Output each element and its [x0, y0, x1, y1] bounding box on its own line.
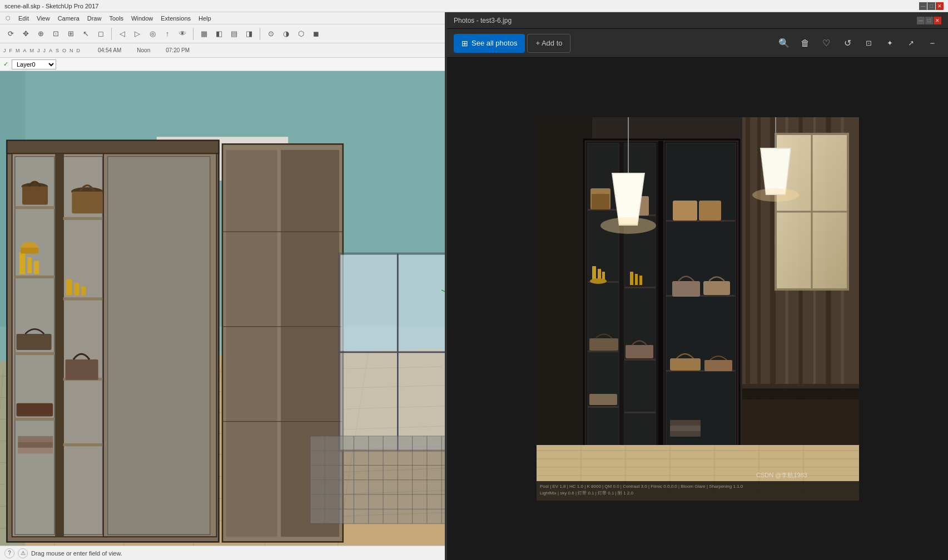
look-around-button[interactable]: ◎ [145, 27, 160, 41]
menu-item-file[interactable]: ⬡ [2, 14, 14, 22]
menu-item-help[interactable]: Help [195, 14, 215, 23]
section-plane-button[interactable]: ▦ [197, 27, 211, 41]
share-button[interactable]: ↗ [901, 34, 920, 53]
orbit-button[interactable]: ⟳ [3, 27, 18, 41]
more-button[interactable]: ··· [922, 34, 941, 53]
see-all-photos-button[interactable]: ⊞ See all photos [454, 34, 525, 53]
sketchup-viewport[interactable] [0, 71, 445, 546]
share-icon: ↗ [908, 39, 914, 47]
shaded-button[interactable]: ◑ [279, 27, 293, 41]
favorite-button[interactable]: ♡ [817, 34, 836, 53]
svg-rect-30 [15, 418, 54, 421]
svg-rect-105 [658, 141, 664, 466]
position-camera-button[interactable]: 👁 [175, 27, 190, 41]
svg-rect-126 [699, 201, 721, 221]
svg-rect-32 [63, 297, 103, 300]
svg-text:CSDN @李航1983: CSDN @李航1983 [756, 472, 807, 478]
section-tools-group: ▦ ◧ ▤ ◨ [196, 27, 257, 41]
pan-button[interactable]: ✥ [18, 27, 33, 41]
photos-panel: Photos - test3-6.jpg — □ ✕ ⊞ See all pho… [447, 12, 948, 560]
month-o: O [62, 48, 66, 53]
xray-button[interactable]: ⊙ [264, 27, 278, 41]
svg-rect-46 [81, 287, 86, 296]
svg-rect-149 [670, 420, 701, 426]
photos-close-button[interactable]: ✕ [934, 17, 941, 24]
warning-button[interactable]: ⚠ [18, 548, 28, 558]
sketchup-toolbar: ⟳ ✥ ⊕ ⊡ ⊞ ↖ ◻ ◁ ▷ ◎ ↑ 👁 ▦ ◧ ▤ ◨ [0, 24, 445, 43]
photos-titlebar: Photos - test3-6.jpg — □ ✕ [447, 12, 948, 29]
wireframe-button[interactable]: ⬡ [294, 27, 308, 41]
previous-view-button[interactable]: ◁ [115, 27, 130, 41]
enhance-button[interactable]: ✦ [880, 34, 899, 53]
svg-rect-125 [673, 201, 697, 221]
photo-svg: Post | EV 1.8 | HC 1.0 | K 8000 | QM 0.0… [537, 117, 859, 501]
month-j2: J [37, 48, 40, 53]
photos-maximize-button[interactable]: □ [925, 17, 933, 24]
delete-button[interactable]: 🗑 [796, 34, 815, 53]
photos-image-area[interactable]: Post | EV 1.8 | HC 1.0 | K 8000 | QM 0.0… [447, 58, 948, 560]
timeline-bar: J F M A M J J A S O N D 04:54 AM Noon 07… [0, 43, 445, 58]
hide-rest-button[interactable]: ◨ [242, 27, 256, 41]
svg-rect-154 [742, 384, 859, 388]
zoom-in-button[interactable]: 🔍 [775, 34, 793, 53]
svg-rect-63 [399, 255, 445, 351]
sketchup-menubar: ⬡ Edit View Camera Draw Tools Window Ext… [0, 12, 445, 24]
info-button[interactable]: ? [4, 548, 14, 558]
add-to-button[interactable]: + Add to [527, 34, 570, 53]
svg-rect-20 [7, 141, 219, 154]
see-all-label: See all photos [471, 39, 517, 47]
menu-item-view[interactable]: View [33, 14, 53, 23]
svg-rect-47 [16, 334, 51, 350]
month-n: N [70, 48, 73, 53]
menu-item-camera[interactable]: Camera [54, 14, 83, 23]
shaded-textured-button[interactable]: ◼ [309, 27, 323, 41]
zoom-window-button[interactable]: ⊞ [63, 27, 78, 41]
minimize-button[interactable]: — [919, 2, 927, 10]
menu-item-draw[interactable]: Draw [84, 14, 105, 23]
svg-rect-27 [15, 206, 54, 209]
svg-rect-34 [63, 443, 103, 446]
crop-icon: ⊡ [866, 39, 872, 47]
svg-rect-36 [22, 187, 48, 205]
sketchup-statusbar: ? ⚠ Drag mouse or enter field of view. [0, 546, 445, 560]
menu-item-window[interactable]: Window [128, 14, 156, 23]
crop-button[interactable]: ⊡ [859, 34, 878, 53]
svg-rect-44 [66, 279, 72, 295]
month-m1: M [16, 48, 20, 53]
lighting1-display: Noon [137, 47, 150, 53]
svg-rect-110 [667, 144, 735, 464]
svg-rect-38 [72, 192, 102, 213]
maximize-button[interactable]: □ [927, 2, 935, 10]
walk-button[interactable]: ↑ [160, 27, 175, 41]
next-view-button[interactable]: ▷ [130, 27, 145, 41]
favorite-icon: ♡ [822, 38, 830, 48]
menu-item-tools[interactable]: Tools [106, 14, 127, 23]
eraser-button[interactable]: ◻ [93, 27, 108, 41]
zoom-button[interactable]: ⊕ [33, 27, 48, 41]
svg-text:LightMix | sky 0.6 | 灯带 0.1 | : LightMix | sky 0.6 | 灯带 0.1 | 灯带 0.1 | 附… [540, 491, 633, 496]
zoom-extents-button[interactable]: ⊡ [48, 27, 63, 41]
select-button[interactable]: ↖ [78, 27, 93, 41]
enhance-icon: ✦ [887, 39, 893, 47]
svg-rect-139 [630, 272, 633, 285]
svg-rect-48 [66, 359, 98, 380]
svg-rect-62 [341, 255, 396, 351]
see-all-icon: ⊞ [461, 39, 468, 48]
svg-rect-147 [704, 360, 732, 371]
menu-item-edit[interactable]: Edit [15, 14, 32, 23]
svg-rect-113 [588, 351, 619, 352]
menu-item-extensions[interactable]: Extensions [157, 14, 194, 23]
toolbar-separator-2 [193, 28, 193, 40]
photos-toolbar: ⊞ See all photos + Add to 🔍 🗑 ♡ ↺ ⊡ [447, 29, 948, 58]
section-cut-button[interactable]: ▤ [227, 27, 241, 41]
svg-rect-144 [589, 338, 618, 351]
photos-minimize-button[interactable]: — [917, 17, 925, 24]
svg-rect-117 [624, 359, 656, 361]
section-display-button[interactable]: ◧ [212, 27, 226, 41]
close-button[interactable]: ✕ [936, 2, 944, 10]
rotate-button[interactable]: ↺ [838, 34, 857, 53]
svg-rect-123 [592, 194, 609, 209]
rotate-icon: ↺ [844, 38, 851, 48]
layer-select[interactable]: Layer0 [12, 59, 56, 69]
month-m2: M [30, 48, 34, 53]
